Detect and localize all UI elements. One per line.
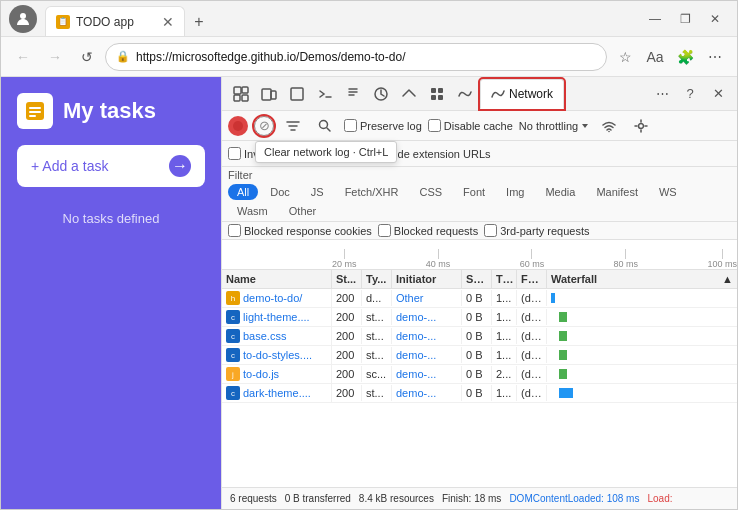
- blocked-cookies-checkbox[interactable]: [228, 224, 241, 237]
- inspect-element-button[interactable]: [228, 81, 254, 107]
- clear-log-button[interactable]: ⊘ Clear network log · Ctrl+L: [254, 116, 274, 136]
- application-panel-button[interactable]: [424, 81, 450, 107]
- requests-count: 6 requests: [230, 493, 277, 504]
- cell-func: (di...: [517, 366, 547, 382]
- filter-pill-doc[interactable]: Doc: [261, 184, 299, 200]
- filter-pill-all[interactable]: All: [228, 184, 258, 200]
- tab-close-btn[interactable]: ✕: [162, 14, 174, 30]
- network-settings-button[interactable]: [628, 113, 654, 139]
- header-name[interactable]: Name: [222, 270, 332, 288]
- elements-panel-button[interactable]: [284, 81, 310, 107]
- throttle-selector[interactable]: No throttling: [519, 120, 590, 132]
- invert-checkbox[interactable]: [228, 147, 241, 160]
- filter-pill-js[interactable]: JS: [302, 184, 333, 200]
- throttle-label: No throttling: [519, 120, 578, 132]
- header-waterfall[interactable]: Waterfall ▲: [547, 270, 737, 288]
- timeline-mark: 80 ms: [614, 249, 639, 269]
- filter-icon-button[interactable]: [280, 113, 306, 139]
- cell-time: 2...: [492, 366, 517, 382]
- cell-waterfall: [547, 367, 737, 381]
- maximize-button[interactable]: ❐: [671, 5, 699, 33]
- disable-cache-checkbox[interactable]: [428, 119, 441, 132]
- filter-pill-font[interactable]: Font: [454, 184, 494, 200]
- svg-rect-7: [234, 95, 240, 101]
- third-party-text: 3rd-party requests: [500, 225, 589, 237]
- devtools-more-button[interactable]: ⋯: [649, 81, 675, 107]
- filter-pill-media[interactable]: Media: [536, 184, 584, 200]
- favorites-button[interactable]: ☆: [611, 43, 639, 71]
- svg-rect-13: [431, 88, 436, 93]
- cell-status: 200: [332, 309, 362, 325]
- filter-pill-ws[interactable]: WS: [650, 184, 686, 200]
- blocked-cookies-label[interactable]: Blocked response cookies: [228, 224, 372, 237]
- performance-panel-button[interactable]: [368, 81, 394, 107]
- blocked-requests-label[interactable]: Blocked requests: [378, 224, 478, 237]
- profile-icon[interactable]: [9, 5, 37, 33]
- cell-func: (di...: [517, 347, 547, 363]
- svg-rect-2: [29, 107, 41, 109]
- browser-menu-button[interactable]: ⋯: [701, 43, 729, 71]
- table-row[interactable]: c dark-theme.... 200 st... demo-... 0 B …: [222, 384, 737, 403]
- memory-panel-button[interactable]: [396, 81, 422, 107]
- refresh-button[interactable]: ↺: [73, 43, 101, 71]
- header-func[interactable]: Fu...: [517, 270, 547, 288]
- back-button[interactable]: ←: [9, 43, 37, 71]
- devtools-toolbar: Network ⋯ ? ✕: [222, 77, 737, 111]
- preserve-log-checkbox[interactable]: [344, 119, 357, 132]
- address-bar[interactable]: 🔒 https://microsoftedge.github.io/Demos/…: [105, 43, 607, 71]
- filter-pill-img[interactable]: Img: [497, 184, 533, 200]
- devtools-help-button[interactable]: ?: [677, 81, 703, 107]
- header-size[interactable]: Size: [462, 270, 492, 288]
- close-window-button[interactable]: ✕: [701, 5, 729, 33]
- search-button[interactable]: [312, 113, 338, 139]
- svg-point-17: [320, 120, 328, 128]
- cell-type: sc...: [362, 366, 392, 382]
- new-tab-button[interactable]: +: [185, 8, 213, 36]
- network-tab[interactable]: Network: [480, 79, 564, 109]
- table-row[interactable]: h demo-to-do/ 200 d... Other 0 B 1... (d…: [222, 289, 737, 308]
- record-button[interactable]: [228, 116, 248, 136]
- extensions-button[interactable]: 🧩: [671, 43, 699, 71]
- filter-pill-css[interactable]: CSS: [410, 184, 451, 200]
- table-row[interactable]: j to-do.js 200 sc... demo-... 0 B 2... (…: [222, 365, 737, 384]
- console-panel-button[interactable]: [312, 81, 338, 107]
- cell-waterfall: [547, 291, 737, 305]
- file-name: base.css: [243, 330, 286, 342]
- filter-pill-fetch/xhr[interactable]: Fetch/XHR: [336, 184, 408, 200]
- filter-pill-other[interactable]: Other: [280, 203, 326, 219]
- read-aloud-button[interactable]: Aa: [641, 43, 669, 71]
- cell-initiator: demo-...: [392, 328, 462, 344]
- devtools-close-button[interactable]: ✕: [705, 81, 731, 107]
- sources-panel-button[interactable]: [340, 81, 366, 107]
- third-party-checkbox[interactable]: [484, 224, 497, 237]
- header-status[interactable]: St...: [332, 270, 362, 288]
- clear-icon: ⊘: [259, 118, 270, 133]
- app-title: My tasks: [63, 98, 156, 124]
- blocked-requests-checkbox[interactable]: [378, 224, 391, 237]
- preserve-log-label[interactable]: Preserve log: [344, 119, 422, 132]
- disable-cache-label[interactable]: Disable cache: [428, 119, 513, 132]
- cell-size: 0 B: [462, 366, 492, 382]
- add-task-button[interactable]: + Add a task →: [17, 145, 205, 187]
- device-toolbar-button[interactable]: [256, 81, 282, 107]
- svg-rect-15: [431, 95, 436, 100]
- network-conditions-button[interactable]: [452, 81, 478, 107]
- waterfall-bar: [559, 312, 567, 322]
- wifi-icon-button[interactable]: [596, 113, 622, 139]
- third-party-label[interactable]: 3rd-party requests: [484, 224, 589, 237]
- tab-favicon: 📋: [56, 15, 70, 29]
- filter-pill-wasm[interactable]: Wasm: [228, 203, 277, 219]
- filter-pill-manifest[interactable]: Manifest: [587, 184, 647, 200]
- cell-initiator: demo-...: [392, 385, 462, 401]
- table-row[interactable]: c base.css 200 st... demo-... 0 B 1... (…: [222, 327, 737, 346]
- table-row[interactable]: c light-theme.... 200 st... demo-... 0 B…: [222, 308, 737, 327]
- header-type[interactable]: Ty...: [362, 270, 392, 288]
- cell-status: 200: [332, 347, 362, 363]
- header-time[interactable]: Ti...: [492, 270, 517, 288]
- minimize-button[interactable]: —: [641, 5, 669, 33]
- header-initiator[interactable]: Initiator: [392, 270, 462, 288]
- main-area: My tasks + Add a task → No tasks defined: [1, 77, 737, 509]
- forward-button[interactable]: →: [41, 43, 69, 71]
- table-row[interactable]: c to-do-styles.... 200 st... demo-... 0 …: [222, 346, 737, 365]
- active-tab[interactable]: 📋 TODO app ✕: [45, 6, 185, 36]
